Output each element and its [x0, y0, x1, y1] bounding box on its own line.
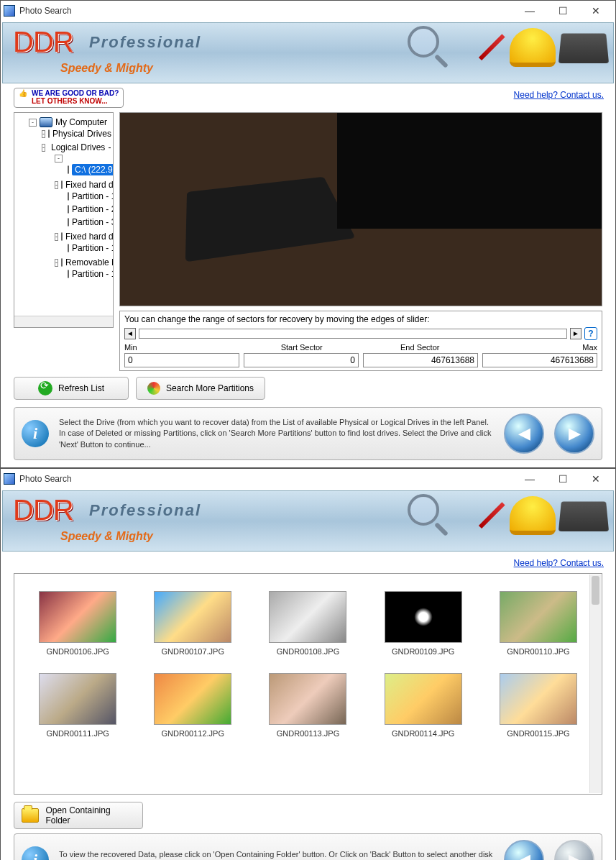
tree-d0p2[interactable]: Partition - 2 ( FAT32 ) — [72, 204, 114, 214]
brand-ddr: DDR — [13, 26, 73, 58]
thumbnail-icon — [269, 673, 346, 725]
file-label: GNDR00110.JPG — [488, 647, 589, 656]
file-item[interactable]: GNDR00107.JPG — [142, 591, 243, 656]
expand-icon[interactable]: - — [55, 259, 58, 267]
expand-icon[interactable]: - — [55, 233, 58, 241]
scrollbar-thumb[interactable] — [592, 576, 599, 605]
next-button[interactable]: ▶ — [554, 413, 594, 454]
tree-d0p3[interactable]: Partition - 3 ( NTFS ) — [72, 217, 114, 227]
expand-icon[interactable]: - — [29, 119, 37, 127]
brand-tag: Speedy & Mighty — [60, 62, 153, 75]
search-label: Search More Partitions — [166, 383, 254, 393]
tree-d0p1[interactable]: Partition - 1 ( NTFS ) — [72, 191, 114, 201]
thumbnail-icon — [39, 591, 116, 643]
sector-slider[interactable] — [139, 329, 567, 339]
maximize-button[interactable]: ☐ — [546, 1, 579, 21]
tree-root[interactable]: My Computer — [55, 117, 107, 127]
tree-disk0[interactable]: Fixed hard disk media (Disk0 - 223.58 GB… — [65, 180, 114, 190]
window-title: Photo Search — [19, 474, 72, 484]
file-item[interactable]: GNDR00111.JPG — [27, 673, 128, 738]
tree-h-scrollbar[interactable] — [14, 316, 113, 327]
rating-box[interactable]: 👍 WE ARE GOOD OR BAD? LET OTHERS KNOW... — [14, 88, 124, 108]
back-button[interactable]: ◀ — [504, 840, 544, 860]
close-button[interactable]: ✕ — [579, 1, 612, 21]
window-title: Photo Search — [19, 6, 72, 16]
file-item[interactable]: GNDR00112.JPG — [142, 673, 243, 738]
brand-tag: Speedy & Mighty — [60, 530, 153, 543]
file-item[interactable]: GNDR00114.JPG — [373, 673, 474, 738]
file-item[interactable]: GNDR00108.JPG — [257, 591, 358, 656]
expand-icon[interactable]: - — [55, 181, 58, 189]
magnify-icon — [408, 494, 451, 537]
lbl-min: Min — [124, 343, 243, 352]
tree-physical[interactable]: Physical Drives — [52, 129, 111, 139]
file-item[interactable]: GNDR00106.JPG — [27, 591, 128, 656]
help-link[interactable]: Need help? Contact us. — [514, 90, 604, 100]
file-item[interactable]: GNDR00110.JPG — [488, 591, 589, 656]
slider-right-icon[interactable]: ► — [570, 328, 581, 339]
file-item[interactable]: GNDR00115.JPG — [488, 673, 589, 738]
file-item[interactable]: GNDR00109.JPG — [373, 591, 474, 656]
close-button[interactable]: ✕ — [579, 469, 612, 489]
drive-icon — [68, 270, 69, 278]
banner-tools — [408, 494, 607, 537]
info-bar-2: i To view the recovered Data, please cli… — [14, 833, 602, 860]
input-min[interactable] — [124, 353, 239, 367]
input-start[interactable] — [244, 353, 359, 367]
slider-left-icon[interactable]: ◄ — [124, 328, 136, 339]
file-label: GNDR00108.JPG — [257, 647, 358, 656]
tree-logical[interactable]: Logical Drives — [51, 142, 105, 152]
file-label: GNDR00111.JPG — [27, 729, 128, 738]
maximize-button[interactable]: ☐ — [546, 469, 579, 489]
tree-d2p1[interactable]: Partition - 1 ( FAT32 ) — [72, 269, 114, 279]
helmet-icon — [510, 496, 556, 535]
drive-icon — [68, 218, 69, 227]
info-text-2: To view the recovered Data, please click… — [59, 849, 494, 860]
drive-icon — [68, 205, 69, 214]
file-label: GNDR00115.JPG — [488, 729, 589, 738]
thumbnail-icon — [154, 591, 231, 643]
input-end[interactable] — [363, 353, 478, 367]
info-icon: i — [22, 846, 49, 860]
help-link[interactable]: Need help? Contact us. — [514, 558, 604, 568]
search-partitions-button[interactable]: Search More Partitions — [136, 377, 265, 400]
minimize-button[interactable]: — — [513, 469, 546, 489]
drive-icon — [68, 192, 69, 201]
titlebar: Photo Search — ☐ ✕ — [1, 1, 615, 21]
preview-image — [119, 112, 602, 306]
input-max[interactable] — [482, 353, 597, 367]
back-button[interactable]: ◀ — [504, 413, 544, 454]
book-icon — [558, 501, 609, 531]
book-icon — [558, 33, 609, 63]
results-scrollbar[interactable] — [589, 575, 601, 793]
file-label: GNDR00107.JPG — [142, 647, 243, 656]
minimize-button[interactable]: — — [513, 1, 546, 21]
drive-icon — [61, 180, 63, 189]
next-button[interactable]: ▶ — [554, 840, 594, 860]
sector-hint: You can change the range of sectors for … — [124, 314, 597, 324]
sector-panel: You can change the range of sectors for … — [119, 311, 602, 371]
drive-tree[interactable]: -My Computer -Physical Drives -Logical D… — [14, 112, 114, 328]
tree-disk2[interactable]: Removable Media (Disk2 - 7.47 GB) — [65, 257, 114, 267]
drive-icon — [48, 129, 50, 138]
rating-l2: LET OTHERS KNOW... — [32, 97, 108, 105]
file-item[interactable]: GNDR00113.JPG — [257, 673, 358, 738]
tree-disk1[interactable]: Fixed hard disk media (Disk1 - 931.51 GB… — [65, 232, 114, 242]
tree-d1p1[interactable]: Partition - 1 ( NTFS ) — [72, 243, 114, 253]
expand-icon[interactable]: - — [55, 155, 63, 163]
rating-l1: WE ARE GOOD OR BAD? — [32, 89, 119, 97]
thumbnail-icon — [385, 673, 462, 725]
results-panel: GNDR00106.JPG GNDR00107.JPG GNDR00108.JP… — [14, 573, 602, 795]
open-folder-button[interactable]: Open Containing Folder — [14, 802, 143, 829]
expand-icon[interactable]: - — [42, 130, 45, 138]
tree-c-drive[interactable]: C:\ (222.98 GB - - NTFS) — [72, 164, 114, 175]
info-bar-1: i Select the Drive (from which you want … — [14, 407, 602, 460]
help-icon[interactable]: ? — [584, 327, 597, 340]
refresh-icon — [38, 381, 52, 395]
open-folder-label: Open Containing Folder — [46, 805, 136, 825]
screwdriver-icon — [455, 26, 505, 69]
logical-size: - 223.58 GB) — [108, 142, 114, 152]
refresh-button[interactable]: Refresh List — [14, 377, 129, 400]
drive-icon — [68, 244, 69, 252]
expand-icon[interactable]: - — [42, 144, 45, 152]
